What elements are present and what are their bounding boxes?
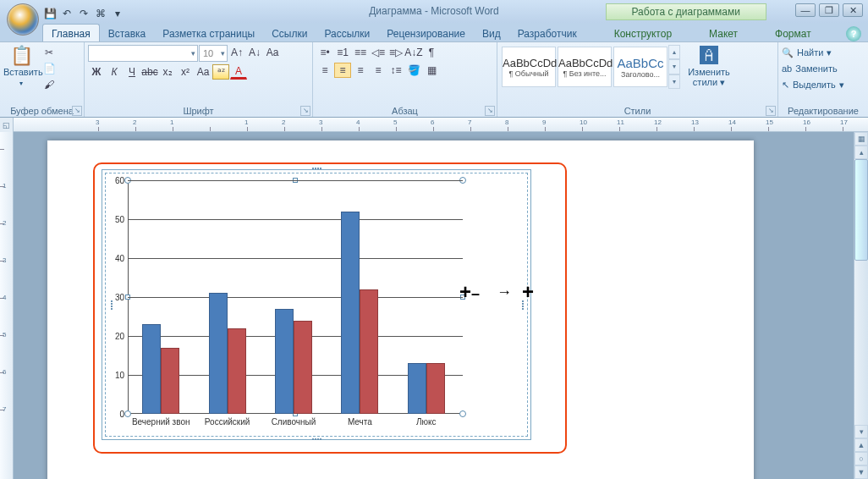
- qat-redo[interactable]: ↷: [76, 6, 91, 21]
- sort-button[interactable]: A↓Z: [405, 45, 422, 60]
- styles-gallery[interactable]: AaBbCcDd ¶ Обычный AaBbCcDd ¶ Без инте..…: [501, 45, 680, 89]
- close-button[interactable]: ✕: [843, 3, 863, 17]
- bar-series2-4[interactable]: [426, 363, 445, 414]
- document-area[interactable]: 0102030405060Вечерний звонРоссийскийСлив…: [14, 132, 854, 479]
- ruler-toggle[interactable]: ▦: [854, 132, 868, 146]
- style-nospacing[interactable]: AaBbCcDd ¶ Без инте...: [558, 47, 612, 87]
- style-normal[interactable]: AaBbCcDd ¶ Обычный: [502, 47, 556, 87]
- multilevel-button[interactable]: ≡≡: [352, 45, 369, 60]
- qat-more[interactable]: ▾: [110, 6, 125, 21]
- window-controls: — ❐ ✕: [795, 3, 863, 17]
- bar-series1-0[interactable]: [142, 324, 161, 414]
- tab-chart-design[interactable]: Конструктор: [606, 25, 680, 41]
- category-label: Сливочный: [272, 417, 316, 427]
- bullets-button[interactable]: ≡•: [316, 45, 333, 60]
- bar-series2-2[interactable]: [294, 321, 312, 414]
- plot-handle-bl[interactable]: [124, 410, 131, 417]
- italic-button[interactable]: К: [106, 64, 123, 80]
- justify-button[interactable]: ≡: [370, 63, 387, 78]
- qat-undo[interactable]: ↶: [59, 6, 74, 21]
- tab-chart-format[interactable]: Формат: [766, 25, 820, 41]
- browse-object[interactable]: ○: [854, 452, 868, 465]
- scroll-up[interactable]: ▴: [854, 146, 868, 159]
- indent-button[interactable]: ≡▷: [387, 45, 404, 60]
- vertical-ruler[interactable]: 1234567: [0, 132, 14, 479]
- minimize-button[interactable]: —: [795, 3, 816, 17]
- tab-pagelayout[interactable]: Разметка страницы: [154, 25, 263, 41]
- shading-button[interactable]: 🪣: [405, 63, 422, 78]
- align-left-button[interactable]: ≡: [316, 63, 333, 78]
- office-button[interactable]: [7, 3, 39, 36]
- scroll-thumb[interactable]: [854, 159, 868, 261]
- bar-series1-3[interactable]: [341, 212, 360, 414]
- styles-scroll[interactable]: ▴▾▾: [668, 45, 680, 89]
- font-size-combo[interactable]: 10: [199, 45, 228, 62]
- chart-plot-area[interactable]: 0102030405060Вечерний звонРоссийскийСлив…: [128, 180, 463, 414]
- borders-button[interactable]: ▦: [423, 63, 440, 78]
- browse-prev[interactable]: ▲: [854, 438, 868, 452]
- tab-chart-layout[interactable]: Макет: [700, 25, 746, 41]
- grow-font-button[interactable]: A↑: [228, 45, 245, 60]
- styles-launcher[interactable]: ↘: [766, 106, 776, 116]
- bar-series2-0[interactable]: [161, 348, 179, 414]
- help-button[interactable]: ?: [846, 26, 861, 41]
- change-styles-button[interactable]: 🅰 Изменить стили ▾: [682, 45, 736, 88]
- copy-button[interactable]: 📄: [41, 61, 58, 76]
- group-title-font: Шрифт↘: [85, 105, 312, 117]
- group-paragraph: ≡• ≡1 ≡≡ ◁≡ ≡▷ A↓Z ¶ ≡ ≡ ≡ ≡ ↕≡ 🪣 ▦ Абза…: [313, 42, 497, 117]
- outdent-button[interactable]: ◁≡: [370, 45, 387, 60]
- bold-button[interactable]: Ж: [88, 64, 105, 80]
- vertical-scrollbar[interactable]: ▦ ▴ ▾ ▲ ○ ▼: [854, 132, 868, 479]
- qat-save[interactable]: 💾: [42, 6, 58, 21]
- clipboard-launcher[interactable]: ↘: [72, 106, 82, 116]
- clear-format-button[interactable]: Aa: [264, 45, 281, 60]
- highlight-button[interactable]: ᵃᶻ: [212, 64, 229, 80]
- format-painter-button[interactable]: 🖌: [41, 77, 58, 92]
- bar-series1-4[interactable]: [408, 363, 426, 414]
- numbering-button[interactable]: ≡1: [334, 45, 351, 60]
- find-button[interactable]: 🔍Найти ▾: [782, 45, 832, 60]
- tab-review[interactable]: Рецензирование: [378, 25, 474, 41]
- category-label: Люкс: [416, 417, 437, 427]
- subscript-button[interactable]: x₂: [159, 64, 176, 80]
- change-case-button[interactable]: Aa: [195, 64, 212, 80]
- font-color-button[interactable]: A: [230, 64, 247, 80]
- paste-button[interactable]: 📋 Вставить ▾: [3, 45, 39, 87]
- ruler-corner[interactable]: ◱: [0, 118, 14, 132]
- bar-series1-1[interactable]: [209, 293, 228, 414]
- tab-references[interactable]: Ссылки: [263, 25, 316, 41]
- tab-view[interactable]: Вид: [474, 25, 509, 41]
- bar-series2-1[interactable]: [228, 328, 246, 414]
- tab-mailings[interactable]: Рассылки: [316, 25, 378, 41]
- font-family-combo[interactable]: [88, 45, 198, 62]
- bar-series2-3[interactable]: [360, 289, 378, 414]
- align-right-button[interactable]: ≡: [352, 63, 369, 78]
- select-button[interactable]: ↖Выделить ▾: [782, 77, 844, 92]
- horizontal-ruler[interactable]: ◱ 3211234567891011121314151617: [0, 118, 868, 132]
- superscript-button[interactable]: x²: [177, 64, 194, 80]
- chart-object[interactable]: 0102030405060Вечерний звонРоссийскийСлив…: [102, 169, 531, 440]
- cut-button[interactable]: ✂: [41, 45, 58, 60]
- tab-developer[interactable]: Разработчик: [509, 25, 585, 41]
- qat-custom[interactable]: ⌘: [93, 6, 108, 21]
- plot-handle-br[interactable]: [459, 410, 466, 417]
- shrink-font-button[interactable]: A↓: [246, 45, 263, 60]
- font-launcher[interactable]: ↘: [300, 106, 310, 116]
- browse-next[interactable]: ▼: [854, 465, 868, 479]
- underline-button[interactable]: Ч: [124, 64, 140, 80]
- replace-button[interactable]: abЗаменить: [782, 61, 838, 76]
- line-spacing-button[interactable]: ↕≡: [387, 63, 404, 78]
- scroll-down[interactable]: ▾: [854, 425, 868, 438]
- align-center-button[interactable]: ≡: [334, 63, 351, 78]
- style-heading1[interactable]: AaBbCc Заголово...: [613, 47, 667, 87]
- bar-series1-2[interactable]: [275, 309, 294, 414]
- strike-button[interactable]: abc: [141, 64, 158, 80]
- tab-home[interactable]: Главная: [42, 24, 100, 41]
- highlight-frame: 0102030405060Вечерний звонРоссийскийСлив…: [93, 162, 567, 454]
- drag-indicator-left: +–: [459, 280, 480, 304]
- tab-insert[interactable]: Вставка: [100, 25, 155, 41]
- group-title-paragraph: Абзац↘: [313, 105, 497, 117]
- maximize-button[interactable]: ❐: [819, 3, 839, 17]
- paragraph-launcher[interactable]: ↘: [485, 106, 495, 116]
- show-marks-button[interactable]: ¶: [423, 45, 440, 60]
